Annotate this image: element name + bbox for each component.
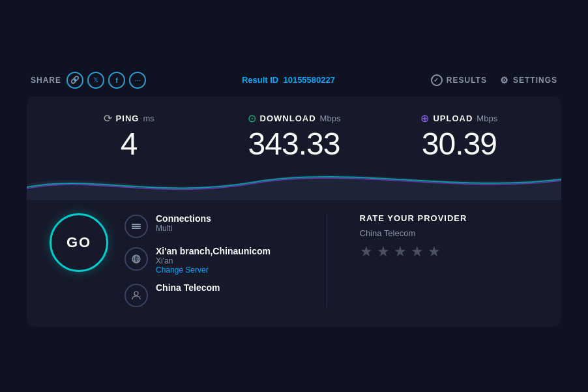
result-id-value: 10155580227 — [283, 75, 335, 85]
star-rating[interactable]: ★ ★ ★ ★ ★ — [360, 243, 441, 260]
ping-name: PING — [116, 113, 140, 123]
download-icon: ⊙ — [248, 112, 256, 125]
download-name: DOWNLOAD — [260, 113, 316, 123]
server-location: Xi'an — [156, 256, 271, 265]
connections-icon — [125, 215, 148, 238]
star-2[interactable]: ★ — [377, 243, 390, 260]
connections-title: Connections — [156, 213, 211, 224]
share-facebook-icon[interactable]: f — [108, 72, 125, 89]
star-1[interactable]: ★ — [360, 243, 373, 260]
svg-rect-1 — [132, 226, 141, 227]
provider-content: China Telecom — [156, 282, 220, 293]
download-unit: Mbps — [320, 113, 341, 123]
download-metric: ⊙ DOWNLOAD Mbps 343.33 — [211, 112, 376, 162]
star-3[interactable]: ★ — [394, 243, 407, 260]
go-button[interactable]: GO — [50, 213, 108, 272]
rate-provider: China Telecom — [360, 228, 416, 238]
share-section: SHARE 🔗 𝕏 f ··· — [31, 72, 146, 89]
vertical-divider — [327, 213, 327, 307]
share-icons: 🔗 𝕏 f ··· — [66, 72, 146, 89]
ping-header: ⟳ PING ms — [104, 112, 154, 125]
ping-value: 4 — [121, 127, 138, 162]
go-button-wrapper: GO — [46, 213, 111, 272]
connections-subtitle: Multi — [156, 224, 211, 233]
server-row: Xi'an branch,Chinaunicom Xi'an Change Se… — [125, 246, 307, 275]
settings-button[interactable]: ⚙ SETTINGS — [500, 75, 557, 85]
upload-name: UPLOAD — [433, 113, 473, 123]
svg-point-8 — [134, 292, 138, 295]
app-container: SHARE 🔗 𝕏 f ··· Result ID 10155580227 ✓ … — [27, 65, 561, 327]
ping-icon: ⟳ — [104, 112, 112, 125]
share-label: SHARE — [31, 76, 61, 85]
connections-content: Connections Multi — [156, 213, 211, 233]
rate-section: RATE YOUR PROVIDER China Telecom ★ ★ ★ ★… — [347, 213, 542, 260]
go-label: GO — [66, 234, 91, 251]
main-card: ⟳ PING ms 4 ⊙ DOWNLOAD Mbps 343.33 ⊕ UPL… — [27, 97, 561, 327]
result-id-section: Result ID 10155580227 — [242, 75, 335, 85]
info-section: Connections Multi — [125, 213, 307, 307]
server-globe-icon — [125, 247, 148, 271]
provider-row: China Telecom — [125, 282, 307, 307]
upload-unit: Mbps — [477, 113, 497, 123]
provider-user-icon — [125, 284, 148, 307]
top-right: ✓ RESULTS ⚙ SETTINGS — [431, 74, 557, 86]
results-button[interactable]: ✓ RESULTS — [431, 74, 487, 86]
rate-title: RATE YOUR PROVIDER — [360, 213, 467, 223]
change-server-link[interactable]: Change Server — [156, 265, 271, 275]
result-id-label: Result ID — [242, 75, 278, 85]
results-label: RESULTS — [447, 76, 487, 85]
upload-header: ⊕ UPLOAD Mbps — [420, 112, 497, 125]
download-value: 343.33 — [248, 127, 340, 162]
star-5[interactable]: ★ — [428, 243, 441, 260]
download-header: ⊙ DOWNLOAD Mbps — [248, 112, 341, 125]
provider-title: China Telecom — [156, 282, 220, 293]
settings-gear-icon: ⚙ — [500, 75, 509, 85]
upload-value: 30.39 — [422, 127, 497, 162]
settings-label: SETTINGS — [513, 76, 557, 85]
metrics-row: ⟳ PING ms 4 ⊙ DOWNLOAD Mbps 343.33 ⊕ UPL… — [27, 97, 561, 168]
share-twitter-icon[interactable]: 𝕏 — [87, 72, 104, 89]
star-4[interactable]: ★ — [411, 243, 424, 260]
upload-metric: ⊕ UPLOAD Mbps 30.39 — [377, 112, 542, 162]
results-check-icon: ✓ — [431, 74, 443, 86]
upload-icon: ⊕ — [420, 112, 429, 125]
wave-separator — [27, 168, 561, 200]
top-bar: SHARE 🔗 𝕏 f ··· Result ID 10155580227 ✓ … — [27, 65, 561, 97]
share-more-icon[interactable]: ··· — [129, 72, 146, 89]
ping-metric: ⟳ PING ms 4 — [46, 112, 211, 162]
server-title: Xi'an branch,Chinaunicom — [156, 246, 271, 256]
share-link-icon[interactable]: 🔗 — [66, 72, 83, 89]
svg-rect-2 — [132, 228, 141, 229]
connections-row: Connections Multi — [125, 213, 307, 238]
server-content: Xi'an branch,Chinaunicom Xi'an Change Se… — [156, 246, 271, 275]
bottom-section: GO Connections Multi — [27, 200, 561, 327]
svg-rect-0 — [132, 224, 141, 225]
ping-unit: ms — [143, 113, 154, 123]
